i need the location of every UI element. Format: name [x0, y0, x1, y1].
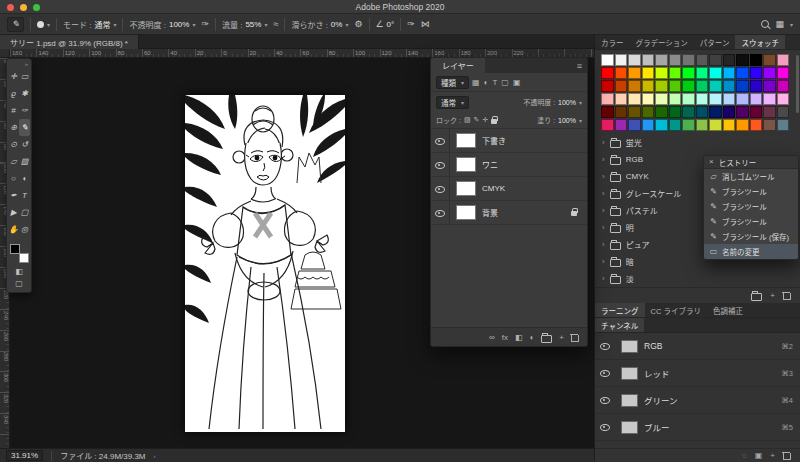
blend-mode-option[interactable]: モード : 通常: [63, 19, 116, 30]
channel-name[interactable]: グリーン: [644, 394, 678, 406]
color-swatch[interactable]: [655, 67, 668, 79]
add-mask-icon[interactable]: [515, 333, 523, 342]
opacity-option[interactable]: 不透明度 : 100%: [129, 19, 195, 30]
color-swatch[interactable]: [723, 67, 736, 79]
color-swatch[interactable]: [777, 93, 790, 105]
smoothing-settings-icon[interactable]: [354, 19, 362, 29]
layer-thumbnail[interactable]: [456, 181, 476, 196]
layer-thumbnail[interactable]: [456, 157, 476, 172]
color-swatch[interactable]: [615, 93, 628, 105]
color-swatch[interactable]: [777, 67, 790, 79]
tool-button[interactable]: ▶: [8, 204, 19, 221]
channel-row[interactable]: レッド ⌘3: [595, 360, 800, 387]
color-swatch[interactable]: [777, 54, 790, 66]
color-swatch[interactable]: [750, 93, 763, 105]
history-step[interactable]: ✎ ブラシツール (保存): [704, 229, 798, 244]
color-swatch[interactable]: [682, 106, 695, 118]
color-swatch[interactable]: [628, 119, 641, 131]
lock-all-icon[interactable]: [491, 116, 499, 125]
tool-button[interactable]: ▨: [19, 153, 30, 170]
swatch-group-name[interactable]: 淡: [626, 273, 634, 284]
panel-tab[interactable]: グラデーション: [630, 35, 694, 49]
layer-row[interactable]: 下書き: [431, 129, 587, 153]
smoothing-value[interactable]: 0%: [331, 20, 343, 29]
layer-thumbnail[interactable]: [456, 133, 476, 148]
color-swatch[interactable]: [736, 54, 749, 66]
color-swatch[interactable]: [696, 106, 709, 118]
channel-row[interactable]: ブルー ⌘5: [595, 414, 800, 441]
blend-mode-select[interactable]: 通常: [436, 96, 469, 109]
color-swatch[interactable]: [723, 106, 736, 118]
color-swatch[interactable]: [763, 106, 776, 118]
new-channel-icon[interactable]: [770, 451, 775, 460]
eye-icon[interactable]: [435, 208, 445, 218]
color-swatch[interactable]: [696, 80, 709, 92]
eye-icon[interactable]: [435, 136, 445, 146]
new-group-icon[interactable]: [541, 333, 552, 342]
color-swatch[interactable]: [615, 54, 628, 66]
tool-button[interactable]: ▭: [19, 68, 30, 85]
smoothing-option[interactable]: 滑らかさ : 0%: [291, 19, 348, 30]
maximize-window-button[interactable]: [33, 4, 40, 11]
color-swatch[interactable]: [750, 54, 763, 66]
flow-option[interactable]: 流量 : 55%: [222, 19, 267, 30]
tool-button[interactable]: T: [19, 187, 30, 204]
pressure-opacity-icon[interactable]: [201, 19, 209, 29]
tab-layers[interactable]: レイヤー: [431, 58, 485, 73]
color-swatch[interactable]: [723, 80, 736, 92]
background-color-swatch[interactable]: [19, 253, 29, 263]
document-tab[interactable]: サリー 1.psd @ 31.9% (RGB/8) *: [0, 35, 139, 49]
layer-opacity-value[interactable]: 100%: [558, 99, 576, 106]
color-swatch[interactable]: [615, 67, 628, 79]
color-swatch[interactable]: [642, 106, 655, 118]
pressure-size-icon[interactable]: [407, 19, 415, 29]
color-swatch[interactable]: [750, 67, 763, 79]
eye-icon[interactable]: [435, 184, 445, 194]
color-swatch[interactable]: [655, 80, 668, 92]
color-swatch[interactable]: [682, 54, 695, 66]
ruler-origin[interactable]: [0, 49, 10, 58]
color-swatch[interactable]: [669, 80, 682, 92]
new-swatch-group-icon[interactable]: [751, 291, 762, 300]
angle-value[interactable]: 0°: [387, 20, 395, 29]
tool-button[interactable]: ◖: [19, 170, 30, 187]
history-step[interactable]: ✎ ブラシツール: [704, 184, 798, 199]
save-selection-icon[interactable]: [755, 451, 763, 460]
status-options-icon[interactable]: [154, 453, 156, 459]
color-swatch[interactable]: [669, 67, 682, 79]
color-swatch[interactable]: [642, 67, 655, 79]
expand-chevron-icon[interactable]: [602, 223, 605, 232]
color-swatch[interactable]: [709, 93, 722, 105]
channel-row[interactable]: グリーン ⌘4: [595, 387, 800, 414]
color-swatch[interactable]: [709, 54, 722, 66]
tab-channels[interactable]: チャンネル: [595, 318, 644, 332]
tool-button[interactable]: ◎: [19, 221, 30, 238]
panel-tab[interactable]: 色調補正: [707, 303, 749, 317]
add-adjustment-icon[interactable]: [529, 333, 534, 342]
panel-tab[interactable]: CC ライブラリ: [645, 303, 707, 317]
channel-name[interactable]: ブルー: [644, 421, 670, 433]
color-swatch[interactable]: [642, 119, 655, 131]
color-swatch[interactable]: [628, 106, 641, 118]
history-step[interactable]: ▭ 名前の変更: [704, 244, 798, 259]
channel-thumbnail[interactable]: [621, 394, 638, 407]
channel-thumbnail[interactable]: [621, 340, 638, 353]
channel-thumbnail[interactable]: [621, 421, 638, 434]
panel-tab[interactable]: スウォッチ: [735, 35, 785, 49]
flow-value[interactable]: 55%: [245, 20, 261, 29]
filter-type-icon[interactable]: [492, 78, 497, 87]
document-page[interactable]: [185, 95, 345, 432]
color-swatch[interactable]: [642, 93, 655, 105]
quick-mask-icon[interactable]: [15, 267, 23, 276]
color-swatch[interactable]: [628, 54, 641, 66]
tool-button[interactable]: ▱: [8, 153, 19, 170]
swatch-group-row[interactable]: 蛍光: [599, 134, 798, 151]
tool-button[interactable]: ▢: [19, 204, 30, 221]
color-swatch[interactable]: [655, 93, 668, 105]
color-swatch[interactable]: [601, 106, 614, 118]
color-swatch[interactable]: [655, 119, 668, 131]
color-swatch[interactable]: [777, 119, 790, 131]
visibility-cell[interactable]: [595, 422, 615, 432]
swatch-group-name[interactable]: 蛍光: [626, 137, 642, 148]
color-swatch[interactable]: [709, 119, 722, 131]
